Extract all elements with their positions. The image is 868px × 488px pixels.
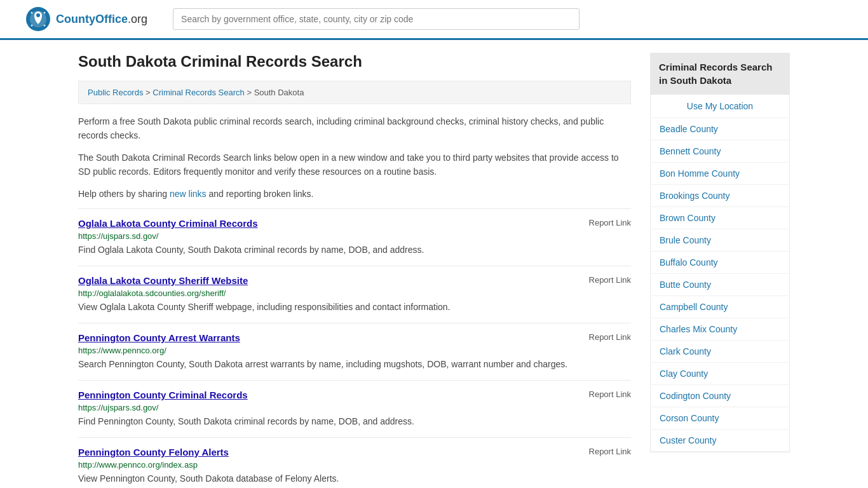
- new-links-link[interactable]: new links: [170, 189, 207, 199]
- sidebar-county-link[interactable]: Brown County: [660, 213, 715, 223]
- sidebar-county-link[interactable]: Charles Mix County: [660, 324, 737, 334]
- sidebar-county-item: Custer County: [651, 430, 789, 452]
- description-3: Help others by sharing new links and rep…: [78, 187, 631, 201]
- record-title[interactable]: Pennington County Arrest Warrants: [78, 332, 240, 343]
- sidebar-county-item: Clark County: [651, 341, 789, 363]
- records-list: Oglala Lakota County Criminal Records Re…: [78, 208, 631, 488]
- search-input[interactable]: [173, 8, 580, 30]
- svg-point-7: [44, 25, 46, 27]
- breadcrumb-criminal-records[interactable]: Criminal Records Search: [153, 88, 245, 97]
- sidebar: Criminal Records Search in South Dakota …: [650, 53, 790, 488]
- report-link[interactable]: Report Link: [589, 218, 631, 227]
- record-url[interactable]: https://ujspars.sd.gov/: [78, 231, 631, 241]
- sidebar-county-link[interactable]: Codington County: [660, 391, 731, 401]
- sidebar-county-item: Clay County: [651, 363, 789, 385]
- sidebar-county-link[interactable]: Beadle County: [660, 124, 718, 134]
- svg-point-5: [44, 12, 46, 14]
- svg-point-3: [36, 13, 40, 17]
- sidebar-county-link[interactable]: Corson County: [660, 413, 719, 423]
- record-item: Pennington County Felony Alerts Report L…: [78, 437, 631, 488]
- report-link[interactable]: Report Link: [589, 332, 631, 342]
- use-location[interactable]: Use My Location: [651, 95, 789, 118]
- sidebar-county-item: Corson County: [651, 407, 789, 430]
- logo-text: CountyOffice.org: [56, 13, 147, 26]
- breadcrumb-current: South Dakota: [254, 88, 304, 97]
- page-title: South Dakota Criminal Records Search: [78, 53, 631, 71]
- report-link[interactable]: Report Link: [589, 390, 631, 399]
- sidebar-county-item: Brown County: [651, 207, 789, 229]
- sidebar-county-link[interactable]: Brule County: [660, 235, 711, 245]
- record-title[interactable]: Pennington County Felony Alerts: [78, 447, 229, 458]
- sidebar-title: Criminal Records Search in South Dakota: [650, 53, 790, 95]
- main-container: South Dakota Criminal Records Search Pub…: [53, 40, 815, 488]
- sidebar-county-item: Codington County: [651, 385, 789, 407]
- record-title[interactable]: Oglala Lakota County Sheriff Website: [78, 275, 248, 286]
- sidebar-county-link[interactable]: Clark County: [660, 346, 711, 356]
- record-description: View Pennington County, South Dakota dat…: [78, 472, 631, 485]
- sidebar-county-item: Bennett County: [651, 140, 789, 163]
- record-title[interactable]: Pennington County Criminal Records: [78, 390, 248, 400]
- description-2: The South Dakota Criminal Records Search…: [78, 151, 631, 179]
- sidebar-county-item: Buffalo County: [651, 252, 789, 274]
- record-title[interactable]: Oglala Lakota County Criminal Records: [78, 218, 258, 229]
- record-url[interactable]: https://www.pennco.org/: [78, 346, 631, 355]
- record-url[interactable]: http://oglalalakota.sdcounties.org/sheri…: [78, 288, 631, 298]
- content-area: South Dakota Criminal Records Search Pub…: [78, 53, 631, 488]
- sidebar-county-link[interactable]: Clay County: [660, 369, 708, 379]
- sidebar-county-link[interactable]: Custer County: [660, 435, 716, 445]
- description-1: Perform a free South Dakota public crimi…: [78, 114, 631, 143]
- header: CountyOffice.org: [0, 0, 868, 40]
- sidebar-county-item: Butte County: [651, 274, 789, 296]
- record-item: Pennington County Arrest Warrants Report…: [78, 323, 631, 380]
- record-header: Oglala Lakota County Criminal Records Re…: [78, 218, 631, 229]
- sidebar-county-item: Brookings County: [651, 185, 789, 207]
- record-item: Pennington County Criminal Records Repor…: [78, 380, 631, 437]
- breadcrumb-public-records[interactable]: Public Records: [88, 88, 143, 97]
- record-url[interactable]: https://ujspars.sd.gov/: [78, 403, 631, 412]
- record-description: Find Oglala Lakota County, South Dakota …: [78, 243, 631, 257]
- sidebar-county-link[interactable]: Buffalo County: [660, 257, 718, 268]
- report-link[interactable]: Report Link: [589, 275, 631, 285]
- record-description: View Oglala Lakota County Sheriff webpag…: [78, 301, 631, 314]
- sidebar-list: Use My Location Beadle CountyBennett Cou…: [650, 95, 790, 452]
- record-url[interactable]: http://www.pennco.org/index.asp: [78, 460, 631, 470]
- record-header: Oglala Lakota County Sheriff Website Rep…: [78, 275, 631, 286]
- sidebar-county-item: Bon Homme County: [651, 163, 789, 185]
- sidebar-county-link[interactable]: Butte County: [660, 280, 711, 290]
- sidebar-county-item: Brule County: [651, 229, 789, 252]
- sidebar-county-link[interactable]: Campbell County: [660, 302, 728, 312]
- record-item: Oglala Lakota County Sheriff Website Rep…: [78, 266, 631, 323]
- svg-point-6: [31, 25, 33, 27]
- svg-point-4: [31, 12, 33, 14]
- report-link[interactable]: Report Link: [589, 447, 631, 456]
- sidebar-county-link[interactable]: Bon Homme County: [660, 168, 740, 179]
- record-description: Find Pennington County, South Dakota cri…: [78, 415, 631, 428]
- record-header: Pennington County Criminal Records Repor…: [78, 390, 631, 400]
- logo-area: CountyOffice.org: [25, 6, 147, 32]
- record-item: Oglala Lakota County Criminal Records Re…: [78, 208, 631, 266]
- sidebar-county-item: Charles Mix County: [651, 318, 789, 341]
- logo-icon: [25, 6, 51, 32]
- breadcrumb: Public Records > Criminal Records Search…: [78, 81, 631, 104]
- sidebar-county-link[interactable]: Brookings County: [660, 191, 730, 201]
- record-description: Search Pennington County, South Dakota a…: [78, 358, 631, 371]
- record-header: Pennington County Felony Alerts Report L…: [78, 447, 631, 458]
- sidebar-county-item: Campbell County: [651, 296, 789, 318]
- sidebar-county-item: Beadle County: [651, 118, 789, 140]
- record-header: Pennington County Arrest Warrants Report…: [78, 332, 631, 343]
- sidebar-county-link[interactable]: Bennett County: [660, 146, 721, 156]
